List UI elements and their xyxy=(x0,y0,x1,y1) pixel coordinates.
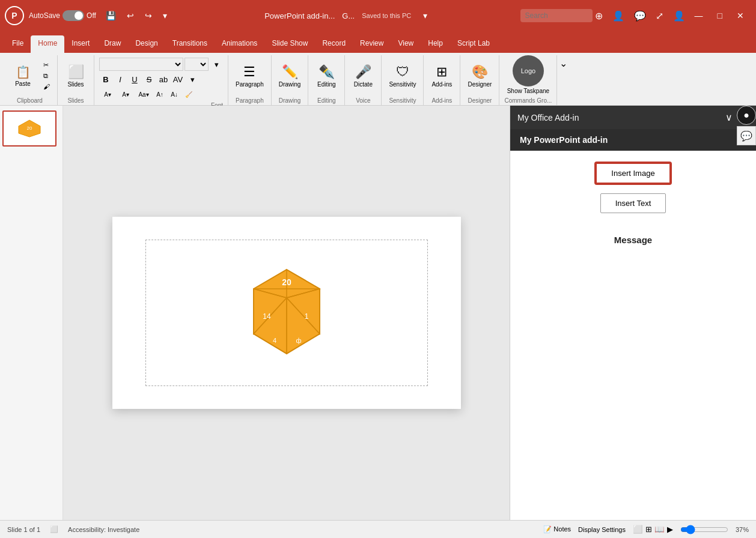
addin-panel: My Office Add-in ∨ ✕ My PowerPoint add-i… xyxy=(510,106,756,520)
addins-button[interactable]: ⊞ Add-ins xyxy=(428,62,455,90)
paste-icon: 📋 xyxy=(16,65,31,79)
addin-title: My Office Add-in xyxy=(517,113,579,122)
tab-draw[interactable]: Draw xyxy=(97,35,128,53)
underline-button[interactable]: U xyxy=(128,73,141,86)
tab-home[interactable]: Home xyxy=(31,35,64,53)
status-options-button[interactable]: ⬜ xyxy=(50,525,58,533)
ribbon-expand-button[interactable]: ⌄ xyxy=(557,55,570,105)
slides-label: Slides xyxy=(67,96,84,105)
tab-design[interactable]: Design xyxy=(128,35,165,53)
cut-button[interactable]: ✂ xyxy=(41,60,52,70)
notes-button[interactable]: 📝 Notes xyxy=(543,525,571,533)
message-label: Message xyxy=(614,235,652,245)
paragraph-button[interactable]: ☰ Paragraph xyxy=(233,62,266,90)
tab-help[interactable]: Help xyxy=(421,35,450,53)
normal-view-button[interactable]: ⬜ xyxy=(633,525,643,534)
addin-header-title: My PowerPoint add-in xyxy=(520,135,608,145)
addin-header: My PowerPoint add-in xyxy=(510,129,756,151)
tab-transitions[interactable]: Transitions xyxy=(165,35,215,53)
font-case-button[interactable]: Aa▾ xyxy=(135,88,152,101)
tab-file[interactable]: File xyxy=(5,35,31,53)
slide-thumbnail-1[interactable]: 1 20 xyxy=(2,110,56,147)
font-color-button[interactable]: A▾ xyxy=(99,88,116,101)
slide-info: Slide 1 of 1 xyxy=(7,526,40,533)
paragraph-label: Paragraph xyxy=(236,96,264,105)
tab-scriptlab[interactable]: Script Lab xyxy=(450,35,497,53)
search-input[interactable] xyxy=(520,9,593,22)
record-button[interactable]: ● xyxy=(737,106,756,125)
bold-button[interactable]: B xyxy=(99,73,112,86)
share-button[interactable]: 👤 xyxy=(610,8,627,24)
designer-button[interactable]: 🎨 Designer xyxy=(465,62,494,90)
paste-button[interactable]: 📋 Paste xyxy=(7,62,38,89)
redo-button[interactable]: ↪ xyxy=(140,8,157,23)
insert-image-button[interactable]: Insert Image xyxy=(596,163,670,184)
present-button[interactable]: ⤢ xyxy=(653,8,666,24)
save-status-expand[interactable]: ▾ xyxy=(418,8,432,23)
editing-button[interactable]: ✒️ Editing xyxy=(313,62,340,90)
charspace-button[interactable]: AV xyxy=(171,73,184,86)
increase-font-button[interactable]: A↑ xyxy=(153,88,166,101)
minimize-button[interactable]: — xyxy=(687,8,710,23)
tab-slideshow[interactable]: Slide Show xyxy=(264,35,315,53)
notes-icon: 📝 xyxy=(543,525,552,533)
clear-format-button[interactable]: 🧹 xyxy=(182,88,195,101)
slide-canvas[interactable]: 20 14 1 4 ф xyxy=(112,217,461,409)
file-title: PowerPoint add-in... xyxy=(264,11,335,20)
svg-text:20: 20 xyxy=(27,125,32,131)
undo-button[interactable]: ↩ xyxy=(122,8,139,23)
slide-sorter-button[interactable]: ⊞ xyxy=(645,525,652,534)
save-button[interactable]: 💾 xyxy=(101,8,121,23)
display-settings-label: Display Settings xyxy=(578,526,626,533)
slideshow-view-button[interactable]: ▶ xyxy=(667,525,673,534)
addin-collapse-button[interactable]: ∨ xyxy=(724,110,734,124)
paragraph-group: ☰ Paragraph Paragraph xyxy=(228,55,272,105)
zoom-slider[interactable] xyxy=(680,525,728,534)
canvas-area[interactable]: 20 14 1 4 ф xyxy=(63,106,510,520)
drawing-label: Drawing xyxy=(279,96,301,105)
dictate-button[interactable]: 🎤 Dictate xyxy=(350,62,376,90)
comments-button[interactable]: 💬 xyxy=(632,8,648,24)
insert-text-button[interactable]: Insert Text xyxy=(600,193,666,213)
sensitivity-group: 🛡 Sensitivity Sensitivity xyxy=(382,55,424,105)
display-settings-button[interactable]: Display Settings xyxy=(578,526,626,533)
drawing-group: ✏️ Drawing Drawing xyxy=(272,55,309,105)
sensitivity-button[interactable]: 🛡 Sensitivity xyxy=(386,62,418,90)
tab-view[interactable]: View xyxy=(391,35,421,53)
text-highlight-button[interactable]: A▾ xyxy=(117,88,134,101)
copy-button[interactable]: ⧉ xyxy=(41,71,52,81)
tab-review[interactable]: Review xyxy=(353,35,391,53)
title-center: PowerPoint add-in... G... Saved to this … xyxy=(177,8,520,23)
new-slide-button[interactable]: ⬜ Slides xyxy=(62,62,89,90)
drawing-button[interactable]: ✏️ Drawing xyxy=(276,62,303,90)
dice-svg: 20 14 1 4 ф xyxy=(242,265,332,361)
tab-insert[interactable]: Insert xyxy=(64,35,97,53)
voice-label: Voice xyxy=(356,96,370,105)
addin-titlebar: My Office Add-in ∨ ✕ xyxy=(510,106,756,129)
close-button[interactable]: ✕ xyxy=(730,8,751,23)
account-button[interactable]: 👤 xyxy=(671,8,687,24)
ribbon-tabs: File Home Insert Draw Design Transitions… xyxy=(0,31,756,53)
font-size-expand[interactable]: ▾ xyxy=(210,58,223,71)
charspace-expand[interactable]: ▾ xyxy=(186,73,199,86)
tab-animations[interactable]: Animations xyxy=(215,35,264,53)
font-size-select[interactable] xyxy=(184,58,209,71)
italic-button[interactable]: I xyxy=(114,73,127,86)
status-right: 📝 Notes Display Settings ⬜ ⊞ 📖 ▶ 37% xyxy=(543,525,749,534)
format-painter-button[interactable]: 🖌 xyxy=(41,82,52,91)
strikethrough-button[interactable]: S xyxy=(142,73,156,86)
font-family-select[interactable] xyxy=(99,58,183,71)
customize-button[interactable]: ▾ xyxy=(158,8,172,23)
show-taskpane-button[interactable]: Logo xyxy=(513,55,544,86)
slide-thumb-content: 20 xyxy=(9,115,50,142)
addin-content: Insert Image Insert Text Message xyxy=(510,151,756,520)
ms365-icon[interactable]: ⊕ xyxy=(593,8,605,24)
text-shadow-button[interactable]: ab xyxy=(157,73,170,86)
tab-record[interactable]: Record xyxy=(315,35,353,53)
decrease-font-button[interactable]: A↓ xyxy=(168,88,181,101)
expand-icon: ⌄ xyxy=(559,58,567,69)
maximize-button[interactable]: □ xyxy=(710,8,730,23)
autosave-toggle[interactable] xyxy=(62,10,84,21)
comment-side-button[interactable]: 💬 xyxy=(737,126,756,145)
reading-view-button[interactable]: 📖 xyxy=(654,525,665,534)
